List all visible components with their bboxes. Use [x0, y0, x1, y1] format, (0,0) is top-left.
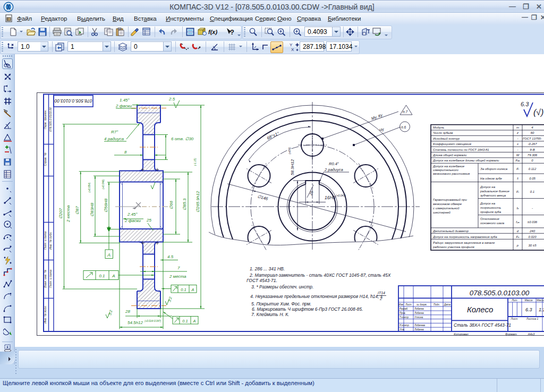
svg-text:Коэффициент смещения: Коэффициент смещения: [433, 142, 472, 146]
svg-text:Модуль: Модуль: [433, 126, 444, 129]
svg-text:Т.контр.: Т.контр.: [400, 316, 409, 319]
svg-text:30 ±5: 30 ±5: [529, 244, 537, 247]
svg-text:2.45°: 2.45°: [127, 212, 138, 217]
svg-text:На одном зубе: На одном зубе: [480, 177, 503, 180]
svg-text:IT14: IT14: [378, 291, 385, 295]
svg-text:Степень точности по ГОСТ 1643-: Степень точности по ГОСТ 1643-81: [433, 148, 489, 151]
svg-text:R0.4°: R0.4°: [329, 161, 339, 166]
svg-text:2 места: 2 места: [66, 205, 71, 223]
svg-text:Справ. №: Справ. №: [44, 152, 47, 166]
svg-text:Колесо: Колесо: [467, 305, 493, 314]
svg-text:1. 286 ... 341 НВ.: 1. 286 ... 341 НВ.: [250, 266, 285, 271]
svg-text:1:1: 1:1: [539, 307, 544, 312]
svg-text:078.505.0.0103.00: 078.505.0.0103.00: [54, 98, 92, 104]
svg-text:∅83Н8: ∅83Н8: [90, 202, 95, 217]
svg-text:(+0.054): (+0.054): [88, 182, 91, 192]
svg-text:∅265.9h12: ∅265.9h12: [196, 191, 200, 212]
svg-text:7: 7: [177, 266, 180, 270]
svg-text:078.505.0.0103.00: 078.505.0.0103.00: [49, 107, 52, 132]
svg-text:240: 240: [529, 229, 536, 233]
svg-text:ГОСТ 13755-: ГОСТ 13755-: [523, 137, 542, 140]
svg-text:R7°: R7°: [111, 130, 118, 134]
svg-text:54.5h12: 54.5h12: [128, 320, 143, 325]
svg-text:Формат: Формат: [505, 333, 517, 336]
svg-text:Изм: Изм: [399, 303, 403, 306]
svg-text:Уткина: Уткина: [414, 316, 423, 319]
svg-text:0.05: 0.05: [529, 177, 536, 180]
svg-text:∅56Н8: ∅56Н8: [104, 198, 108, 212]
svg-text:Fₑ: Fₑ: [516, 235, 520, 238]
svg-text:Лит.: Лит.: [511, 299, 518, 302]
svg-text:fₚₐ: fₚₐ: [516, 220, 519, 224]
svg-text:2 радиуса: 2 радиуса: [324, 167, 343, 172]
svg-text:1.45°: 1.45°: [120, 98, 130, 103]
svg-text:±0.036: ±0.036: [528, 220, 538, 224]
svg-text:z: z: [516, 131, 518, 134]
svg-text:Лист: Лист: [511, 317, 518, 320]
svg-text:Утв.: Утв.: [400, 328, 405, 331]
svg-text:0.112: 0.112: [529, 167, 537, 171]
svg-text:Допуск на: Допуск на: [480, 202, 496, 205]
svg-text:(+0.3): (+0.3): [288, 147, 291, 154]
svg-text:0.1: 0.1: [181, 287, 186, 292]
svg-text:∅207: ∅207: [58, 208, 63, 219]
svg-text:-: -: [517, 148, 518, 151]
svg-text:8: 8: [124, 150, 127, 155]
svg-text:погрешность: погрешность: [480, 206, 501, 209]
svg-text:078.505.0.0103.00: 078.505.0.0103.00: [470, 289, 530, 297]
svg-text:(√): (√): [533, 108, 543, 117]
svg-text:4. Неуказанные предельные откл: 4. Неуказанные предельные отклонения раз…: [250, 294, 383, 299]
svg-text:№ докум.: № докум.: [416, 303, 427, 306]
svg-text:m: m: [516, 126, 519, 129]
svg-text:2. Материал-заменитель - ста: 2. Материал-заменитель - сталь 40ХС ГОСТ…: [249, 272, 391, 278]
svg-text:Инв. № дубл.: Инв. № дубл.: [49, 232, 52, 250]
svg-text:Исходный контур: Исходный контур: [433, 137, 460, 140]
svg-text:4.5: 4.5: [167, 254, 174, 259]
svg-text:ГОСТ 4543-71.: ГОСТ 4543-71.: [246, 278, 277, 283]
svg-text:f(x): f(x): [208, 29, 217, 35]
svg-text:Допуск на колебание: Допуск на колебание: [432, 165, 465, 168]
svg-text:Подп. и дата: Подп. и дата: [44, 232, 47, 250]
svg-text:-: -: [517, 137, 518, 140]
svg-text:зубчатого венца: зубчатого венца: [480, 194, 506, 197]
svg-text:6.3: 6.3: [521, 101, 529, 107]
svg-text:-: -: [532, 207, 533, 210]
svg-text:основного шага: основного шага: [480, 221, 505, 225]
svg-text:Копировал: Копировал: [454, 333, 468, 336]
svg-text:60: 60: [531, 131, 534, 134]
svg-text:А: А: [107, 252, 110, 258]
svg-text:измерительного: измерительного: [433, 168, 458, 172]
svg-text:p: p: [516, 244, 519, 247]
svg-text:2 места: 2 места: [169, 274, 186, 279]
svg-text:Допуск на колебание длины обще: Допуск на колебание длины общей нормали: [432, 159, 499, 162]
svg-text:Сталь 38ХА ГОСТ 4543-71: Сталь 38ХА ГОСТ 4543-71: [454, 322, 511, 328]
svg-text:∅85.3: ∅85.3: [182, 198, 187, 210]
svg-text:Fₐₐ: Fₐₐ: [516, 159, 520, 162]
svg-text:радиальное биение: радиальное биение: [480, 190, 509, 193]
svg-text:Лобачев: Лобачев: [414, 328, 424, 331]
svg-text:2: 2: [379, 297, 382, 301]
svg-text:4 радиуса: 4 радиуса: [104, 137, 124, 141]
svg-text:28: 28: [125, 309, 130, 314]
svg-text:0.1: 0.1: [182, 319, 188, 323]
svg-text:0.1: 0.1: [530, 190, 534, 193]
svg-text:А: А: [191, 287, 194, 292]
svg-text:(+0.046): (+0.046): [101, 179, 105, 189]
svg-text:А4х3: А4х3: [528, 333, 535, 336]
svg-text:6. Маркировать Ч шрифтом 6-Пр3: 6. Маркировать Ч шрифтом 6-Пр3 ГОСТ 26.0…: [252, 306, 363, 312]
svg-text:Н.контр.: Н.контр.: [400, 324, 410, 327]
svg-text:Допуск на погрешность направле: Допуск на погрешность направления зуба: [432, 235, 497, 238]
svg-text:6.3: 6.3: [525, 307, 532, 312]
svg-text:Допуск на: Допуск на: [480, 185, 496, 189]
svg-text:Делительный диаметр: Делительный диаметр: [432, 229, 469, 233]
svg-text:Подп. и дата: Подп. и дата: [49, 270, 52, 288]
svg-text:Разраб.: Разраб.: [400, 308, 408, 310]
svg-text:Лист: Лист: [405, 303, 412, 306]
svg-text:с измерительной: с измерительной: [433, 207, 460, 210]
svg-text:0.020: 0.020: [528, 235, 537, 238]
svg-text:fₑ: fₑ: [517, 207, 520, 210]
svg-text:рабочего участка профиля: рабочего участка профиля: [432, 245, 474, 249]
svg-text:3. * Размеры обеспеч. инстр.: 3. * Размеры обеспеч. инстр.: [251, 284, 313, 289]
svg-text:79.306: 79.306: [528, 154, 538, 157]
svg-text:Дата: Дата: [444, 303, 450, 306]
